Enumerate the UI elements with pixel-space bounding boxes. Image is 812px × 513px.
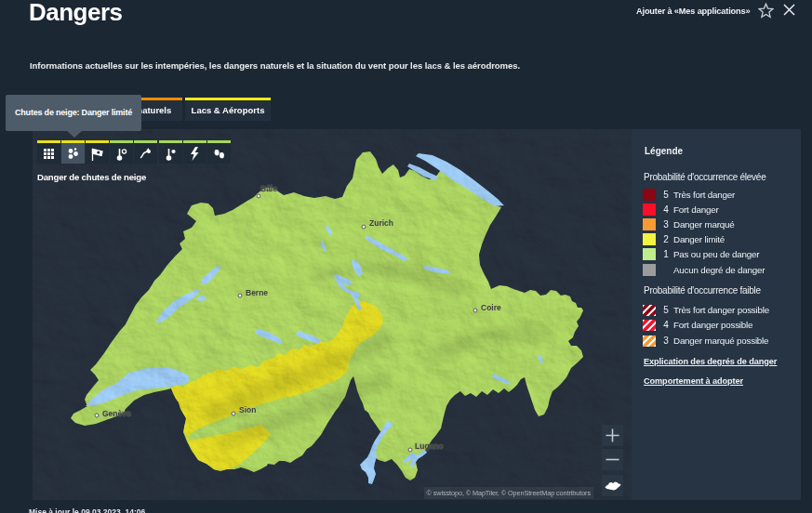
svg-text:Lugano: Lugano [415, 441, 444, 451]
svg-text:Sion: Sion [239, 405, 256, 414]
svg-text:Genève: Genève [102, 409, 131, 418]
svg-text:Zurich: Zurich [369, 218, 393, 228]
svg-text:Berne: Berne [246, 288, 268, 297]
svg-text:Bâle: Bâle [260, 184, 277, 193]
svg-text:Coire: Coire [481, 303, 501, 312]
